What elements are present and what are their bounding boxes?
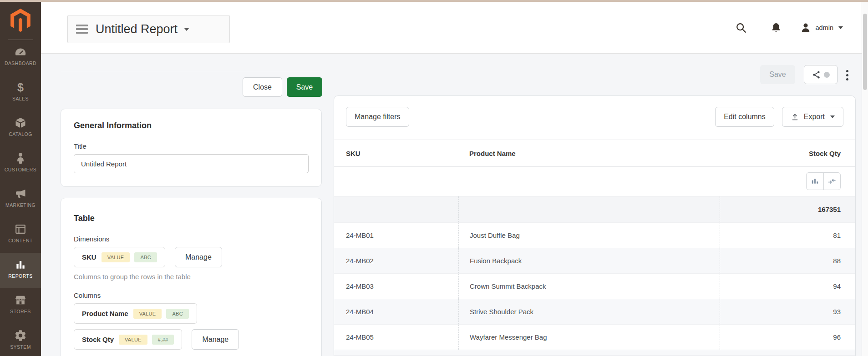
customers-icon	[14, 151, 27, 165]
grid-total-value: 167351	[720, 196, 855, 222]
cell-product-name: Crown Summit Backpack	[458, 274, 720, 299]
sidebar-item-sales[interactable]: $SALES	[0, 75, 41, 111]
sidebar-item-label: MARKETING	[5, 203, 36, 208]
column-header-product-name[interactable]: Product Name	[458, 140, 720, 166]
grid-partial-row	[334, 350, 855, 356]
sales-icon: $	[14, 80, 27, 94]
cell-product-name: Joust Duffle Bag	[458, 223, 720, 248]
share-button[interactable]	[804, 65, 838, 84]
marketing-icon	[14, 187, 27, 201]
scrollbar-thumb[interactable]	[863, 14, 867, 90]
totals-name-cell	[458, 196, 720, 222]
dimensions-help-text: Columns to group the rows in the table	[74, 273, 309, 281]
report-grid-panel: Manage filters Edit columns Export SKU P…	[334, 95, 856, 356]
chip-badge: VALUE	[102, 252, 130, 262]
top-strip	[0, 0, 868, 2]
sidebar-item-customers[interactable]: CUSTOMERS	[0, 146, 41, 182]
cell-stock-qty: 93	[720, 299, 855, 324]
table-row: 24-MB02Fusion Backpack88	[334, 248, 855, 273]
stores-icon	[14, 293, 27, 307]
sidebar-item-label: CATALOG	[9, 132, 32, 137]
cell-sku: 24-MB03	[334, 282, 458, 290]
sidebar-item-marketing[interactable]: MARKETING	[0, 182, 41, 217]
export-upload-icon	[791, 113, 799, 121]
manage-filters-button[interactable]: Manage filters	[346, 107, 409, 127]
dimensions-label: Dimensions	[74, 235, 309, 243]
sidebar-item-content[interactable]: CONTENT	[0, 217, 41, 253]
column-header-sku[interactable]: SKU	[334, 150, 458, 157]
dimensions-manage-button[interactable]: Manage	[175, 247, 222, 267]
save-button[interactable]: Save	[287, 77, 322, 97]
columns-manage-button[interactable]: Manage	[192, 329, 239, 350]
view-toggle-group	[806, 172, 841, 190]
sidebar-item-label: STORES	[10, 309, 30, 314]
columns-label: Columns	[74, 291, 309, 299]
sidebar-item-label: CUSTOMERS	[5, 167, 37, 172]
cell-product-name: Strive Shoulder Pack	[458, 299, 720, 324]
chevron-down-icon	[830, 115, 835, 118]
chip-badge: VALUE	[133, 309, 162, 319]
share-icon	[812, 70, 821, 80]
collapse-columns-icon[interactable]	[823, 173, 841, 190]
avatar-icon	[800, 22, 812, 34]
page-save-button-disabled[interactable]: Save	[760, 65, 795, 84]
column-chip-product-name[interactable]: Product Name VALUEABC	[74, 303, 197, 324]
dimensions-row: SKU VALUEABC Manage	[74, 247, 309, 267]
chip-name: Product Name	[82, 310, 128, 317]
dashboard-icon	[14, 45, 27, 59]
chip-badge: VALUE	[119, 335, 147, 345]
columns-row-2: Stock Qty VALUE#.## Manage	[74, 329, 309, 350]
columns-row-1: Product Name VALUEABC	[74, 303, 309, 324]
sidebar-item-catalog[interactable]: CATALOG	[0, 111, 41, 146]
sidebar-item-label: SALES	[12, 96, 29, 101]
cell-product-name: Fusion Backpack	[458, 248, 720, 273]
reports-icon	[14, 258, 27, 271]
general-information-heading: General Information	[74, 121, 309, 130]
dimension-chip-sku[interactable]: SKU VALUEABC	[74, 247, 165, 267]
general-information-panel: General Information Title	[61, 109, 322, 187]
page-content: Close Save Save General Information Titl…	[41, 54, 862, 356]
magento-logo[interactable]	[0, 0, 41, 40]
table-row: 24-MB01Joust Duffle Bag81	[334, 222, 855, 248]
sidebar-item-stores[interactable]: STORES	[0, 288, 41, 324]
chip-badge: ABC	[134, 252, 157, 262]
column-header-stock-qty[interactable]: Stock Qty	[720, 140, 855, 166]
export-button[interactable]: Export	[782, 107, 843, 127]
sidebar-item-system[interactable]: SYSTEM	[0, 324, 41, 356]
chart-view-icon[interactable]	[807, 173, 823, 190]
edit-columns-button[interactable]: Edit columns	[715, 107, 774, 127]
catalog-icon	[14, 116, 27, 130]
table-panel-heading: Table	[74, 214, 309, 223]
hamburger-icon[interactable]	[76, 25, 88, 34]
report-title-dropdown[interactable]: Untitled Report	[67, 15, 230, 43]
table-row: 24-MB04Strive Shoulder Pack93	[334, 299, 855, 324]
header-bar: Untitled Report admin	[41, 2, 862, 54]
system-icon	[14, 329, 27, 342]
search-icon[interactable]	[735, 22, 747, 34]
cell-stock-qty: 81	[720, 223, 855, 248]
chip-badges: VALUE#.##	[119, 335, 174, 345]
vertical-scrollbar[interactable]	[862, 2, 868, 356]
grid-view-row	[334, 167, 855, 196]
close-button[interactable]: Close	[243, 77, 282, 97]
report-title-input[interactable]	[74, 154, 309, 173]
chip-name: SKU	[82, 253, 96, 261]
chip-name: Stock Qty	[82, 336, 114, 343]
divider	[61, 72, 321, 72]
chip-badges: VALUEABC	[133, 309, 189, 319]
cell-sku: 24-MB02	[334, 257, 458, 265]
chip-badge: #.##	[152, 335, 174, 345]
header-actions: admin	[735, 2, 862, 53]
sidebar-item-dashboard[interactable]: DASHBOARD	[0, 40, 41, 75]
account-menu[interactable]: admin	[800, 22, 843, 34]
notifications-bell-icon[interactable]	[770, 22, 782, 34]
cell-sku: 24-MB04	[334, 308, 458, 316]
title-field-label: Title	[74, 142, 309, 150]
sidebar-item-label: DASHBOARD	[5, 61, 36, 66]
chip-badge: ABC	[166, 309, 189, 319]
grid-header-row: SKU Product Name Stock Qty	[334, 140, 855, 167]
column-chip-stock-qty[interactable]: Stock Qty VALUE#.##	[74, 329, 182, 350]
table-row: 24-MB03Crown Summit Backpack94	[334, 273, 855, 299]
kebab-menu-icon[interactable]	[843, 67, 851, 83]
sidebar-item-reports[interactable]: REPORTS	[0, 253, 41, 288]
